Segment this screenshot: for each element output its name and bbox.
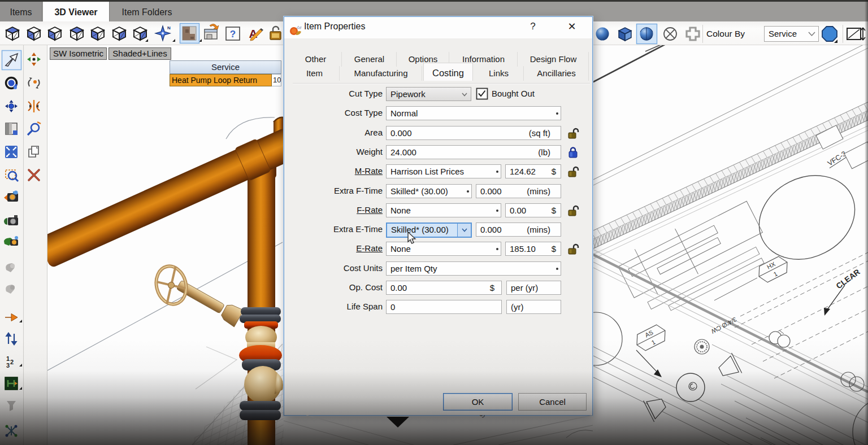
svg-text:1: 1 [6,355,10,362]
svg-text:N: N [167,25,171,30]
svg-text:Service: Service [769,29,797,38]
svg-text:S1: S1 [478,415,489,420]
svg-text:Colour By: Colour By [706,29,745,38]
svg-text:?: ? [230,29,236,40]
svg-text:3: 3 [6,362,10,369]
svg-text:2: 2 [10,359,14,365]
